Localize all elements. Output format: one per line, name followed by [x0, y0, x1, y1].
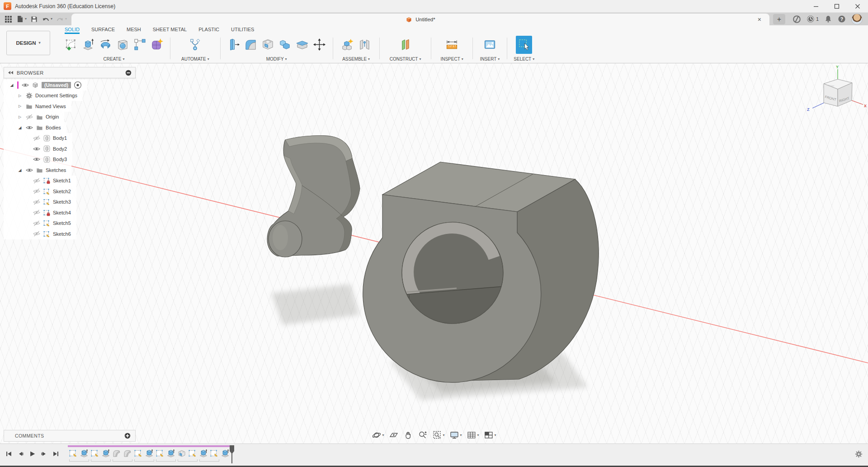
fillet-button[interactable]	[243, 36, 259, 54]
collapsed-triangle-icon[interactable]: ▷	[17, 94, 23, 98]
job-status-button[interactable]: 1	[807, 15, 819, 23]
visibility-eye-icon[interactable]	[25, 167, 33, 173]
visibility-eye-icon[interactable]	[33, 146, 40, 152]
browser-item-bodies[interactable]: ◢ Bodies	[4, 122, 66, 133]
group-label-inspect[interactable]: INSPECT▾	[440, 55, 463, 63]
browser-item-named-views[interactable]: ▷ Named Views	[4, 101, 71, 112]
timeline-feature-fillet[interactable]	[122, 448, 133, 459]
save-button[interactable]	[28, 14, 40, 24]
timeline-settings-gear-icon[interactable]	[855, 450, 863, 458]
tab-surface[interactable]: SURFACE	[85, 26, 121, 34]
tab-utilities[interactable]: UTILITIES	[225, 26, 260, 34]
step-back-button[interactable]	[16, 450, 24, 458]
select-button[interactable]	[516, 36, 532, 54]
construct-plane-button[interactable]	[397, 36, 414, 54]
rectangular-pattern-button[interactable]	[132, 36, 148, 54]
browser-header[interactable]: BROWSER	[4, 67, 136, 78]
joint-button[interactable]	[357, 36, 373, 54]
group-label-modify[interactable]: MODIFY▾	[266, 55, 287, 63]
browser-item-sketches[interactable]: ◢ Sketches	[4, 165, 71, 176]
timeline-rollback-bar[interactable]	[68, 445, 231, 447]
tab-plastic[interactable]: PLASTIC	[193, 26, 225, 34]
hole-button[interactable]	[114, 36, 131, 54]
zoom-button[interactable]	[416, 429, 429, 441]
create-sketch-button[interactable]	[63, 36, 79, 54]
step-forward-button[interactable]	[40, 450, 48, 458]
press-pull-button[interactable]	[226, 36, 242, 54]
extrude-button[interactable]	[80, 36, 96, 54]
expand-triangle-icon[interactable]: ◢	[17, 168, 23, 172]
body-large-ring[interactable]	[363, 162, 599, 382]
timeline-feature-sketch[interactable]	[68, 448, 79, 459]
timeline-feature-shell[interactable]	[176, 448, 187, 459]
minimize-button[interactable]	[806, 0, 826, 12]
fit-button[interactable]: ▾	[431, 429, 446, 441]
add-comment-icon[interactable]	[124, 433, 131, 439]
go-to-end-button[interactable]	[52, 450, 60, 458]
viewports-button[interactable]: ▾	[483, 429, 498, 441]
extensions-icon[interactable]	[793, 15, 801, 24]
browser-item-body2[interactable]: Body2	[4, 143, 72, 154]
visibility-eye-off-icon[interactable]	[33, 210, 40, 215]
automate-button[interactable]	[187, 36, 203, 54]
browser-item-body1[interactable]: Body1	[4, 133, 72, 144]
visibility-eye-off-icon[interactable]	[33, 231, 40, 237]
browser-item-sketch1[interactable]: Sketch1	[4, 176, 76, 186]
visibility-eye-off-icon[interactable]	[33, 178, 40, 184]
app-grid-icon[interactable]	[3, 14, 14, 24]
group-label-construct[interactable]: CONSTRUCT▾	[390, 55, 421, 63]
close-tab-icon[interactable]: ×	[755, 16, 764, 23]
visibility-eye-icon[interactable]	[33, 157, 40, 162]
timeline-feature-extrude[interactable]	[165, 448, 176, 459]
help-icon[interactable]: ?	[838, 15, 846, 23]
split-body-button[interactable]	[294, 36, 311, 54]
comments-panel[interactable]: COMMENTS	[4, 430, 136, 442]
body-small-cam[interactable]	[267, 136, 360, 257]
timeline-feature-sketch[interactable]	[209, 448, 220, 459]
visibility-eye-off-icon[interactable]	[33, 188, 40, 194]
visibility-eye-off-icon[interactable]	[33, 199, 40, 205]
new-component-button[interactable]	[340, 36, 356, 54]
visibility-eye-off-icon[interactable]	[33, 135, 40, 141]
work​space-switcher[interactable]: DESIGN ▾	[6, 31, 50, 55]
timeline-feature-fillet[interactable]	[111, 448, 122, 459]
new-tab-button[interactable]: +	[773, 14, 785, 24]
group-label-create[interactable]: CREATE▾	[104, 55, 125, 63]
browser-item-sketch4[interactable]: Sketch4	[4, 207, 76, 218]
browser-item-sketch3[interactable]: Sketch3	[4, 197, 76, 208]
viewport-canvas[interactable]: TOP FRONT RIGHT X Y Z BROWSER ◢ (Unsaved…	[0, 63, 868, 443]
group-label-insert[interactable]: INSERT▾	[480, 55, 500, 63]
expand-triangle-icon[interactable]: ◢	[17, 125, 23, 130]
display-settings-button[interactable]: ▾	[448, 429, 463, 441]
timeline-track[interactable]	[68, 445, 231, 462]
insert-image-button[interactable]	[482, 36, 498, 54]
group-label-assemble[interactable]: ASSEMBLE▾	[342, 55, 370, 63]
go-to-start-button[interactable]	[5, 450, 13, 458]
shell-button[interactable]	[260, 36, 276, 54]
timeline-feature-extrude[interactable]	[100, 448, 111, 459]
group-label-automate[interactable]: AUTOMATE▾	[181, 55, 209, 63]
expand-triangle-icon[interactable]: ◢	[9, 83, 14, 87]
timeline-feature-extrude[interactable]	[79, 448, 90, 459]
browser-item-origin[interactable]: ▷ Origin	[4, 112, 64, 123]
timeline-feature-sketch[interactable]	[187, 448, 198, 459]
redo-button[interactable]: ▾	[54, 14, 69, 24]
undo-button[interactable]: ▾	[40, 14, 54, 24]
move-copy-button[interactable]	[311, 36, 328, 54]
revolve-button[interactable]	[97, 36, 113, 54]
collapsed-triangle-icon[interactable]: ▷	[17, 104, 23, 108]
browser-item-sketch5[interactable]: Sketch5	[4, 218, 76, 229]
timeline-feature-sketch[interactable]	[155, 448, 165, 459]
browser-item-sketch2[interactable]: Sketch2	[4, 186, 76, 197]
pan-button[interactable]	[402, 429, 414, 441]
timeline-feature-sketch[interactable]	[133, 448, 144, 459]
collapse-panel-icon[interactable]	[8, 70, 14, 75]
orbit-button[interactable]: ▾	[370, 429, 385, 441]
visibility-eye-icon[interactable]	[25, 125, 33, 130]
browser-item-root[interactable]: ◢ (Unsaved)	[4, 80, 87, 91]
notifications-bell-icon[interactable]	[824, 15, 832, 23]
file-menu-button[interactable]: ▾	[14, 14, 28, 24]
tab-sheet-metal[interactable]: SHEET METAL	[147, 26, 193, 34]
minimize-panel-icon[interactable]	[125, 70, 132, 76]
browser-item-document-settings[interactable]: ▷ Document Settings	[4, 91, 83, 101]
